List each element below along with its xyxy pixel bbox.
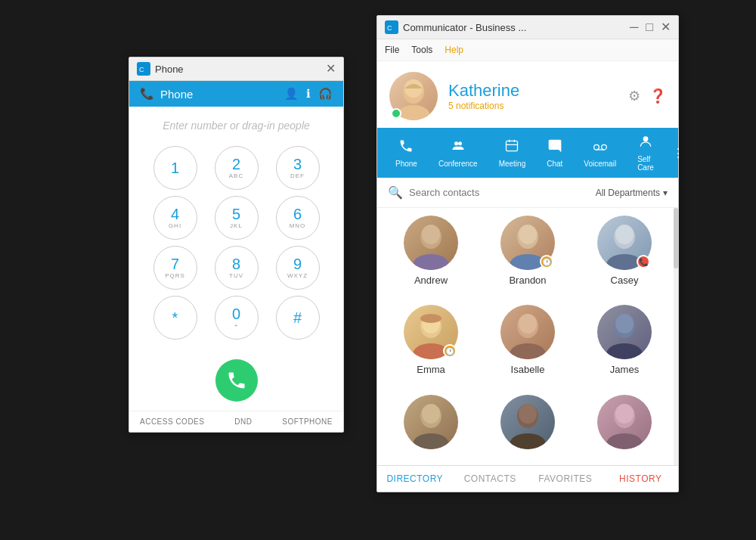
phone-close-button[interactable]: ✕ xyxy=(326,63,336,75)
dial-6[interactable]: 6 MNO xyxy=(276,196,320,240)
contact-brandon-name: Brandon xyxy=(509,275,546,286)
dial-5[interactable]: 5 JKL xyxy=(215,196,259,240)
svg-point-16 xyxy=(519,225,537,244)
phone-header-title: Phone xyxy=(160,88,193,101)
dial-hash[interactable]: # xyxy=(276,296,320,340)
bottom-tab-history[interactable]: HISTORY xyxy=(603,466,679,492)
menu-help[interactable]: Help xyxy=(445,42,463,57)
svg-rect-7 xyxy=(507,141,518,151)
search-input[interactable] xyxy=(409,187,590,198)
tab-voicemail[interactable]: Voicemail xyxy=(573,132,627,174)
contact-row3a-avatar-wrap xyxy=(404,395,458,449)
contact-row3b-avatar xyxy=(500,395,555,449)
scrollbar-thumb[interactable] xyxy=(674,208,678,268)
headset-icon[interactable]: 🎧 xyxy=(318,87,333,101)
profile-info: Katherine 5 notifications xyxy=(448,81,618,111)
phone-window: C Phone ✕ 📞 Phone 👤 ℹ 🎧 Enter number or … xyxy=(129,57,344,433)
svg-point-35 xyxy=(519,404,537,424)
more-options-button[interactable]: ⋮ xyxy=(665,140,692,166)
call-button-wrap xyxy=(129,359,343,402)
phone-window-title: Phone xyxy=(155,64,184,75)
comm-titlebar: C Communicator - Business ... ─ □ ✕ xyxy=(377,16,678,39)
tab-selfcare[interactable]: Self Care xyxy=(627,128,665,178)
dial-star[interactable]: * xyxy=(153,296,197,340)
maximize-button[interactable]: □ xyxy=(646,21,653,33)
dial-3[interactable]: 3 DEF xyxy=(276,146,320,190)
svg-point-34 xyxy=(510,433,546,449)
contact-isabelle[interactable]: Isabelle xyxy=(485,305,571,383)
tab-chat-icon xyxy=(547,138,562,157)
comm-app-icon: C xyxy=(385,20,398,34)
dial-1[interactable]: 1 xyxy=(153,146,197,190)
menu-tools[interactable]: Tools xyxy=(411,42,432,57)
department-filter[interactable]: All Departments ▾ xyxy=(596,188,668,198)
softphone-button[interactable]: SOFTPHONE xyxy=(282,417,333,426)
profile-name: Katherine xyxy=(448,81,618,101)
call-button[interactable] xyxy=(215,359,258,402)
svg-point-25 xyxy=(510,343,546,359)
contact-brandon[interactable]: 🕐 Brandon xyxy=(485,216,571,294)
dial-2[interactable]: 2 ABC xyxy=(215,146,259,190)
tab-voicemail-label: Voicemail xyxy=(584,160,616,168)
svg-point-19 xyxy=(615,225,634,244)
contact-james-name: James xyxy=(610,364,639,375)
svg-point-26 xyxy=(519,314,537,334)
access-codes-button[interactable]: ACCESS CODES xyxy=(140,417,204,426)
tab-meeting-icon xyxy=(504,138,519,157)
bottom-tab-contacts[interactable]: CONTACTS xyxy=(453,466,528,492)
contact-andrew[interactable]: Andrew xyxy=(388,216,474,294)
contact-emma-avatar-wrap: 🕐 xyxy=(404,305,458,359)
tab-conference[interactable]: Conference xyxy=(428,132,488,174)
menu-file[interactable]: File xyxy=(385,42,399,57)
dial-8[interactable]: 8 TUV xyxy=(215,246,259,290)
tab-chat-label: Chat xyxy=(547,160,562,168)
phone-header-left: 📞 Phone xyxy=(140,87,193,101)
minimize-button[interactable]: ─ xyxy=(630,21,638,33)
tab-chat[interactable]: Chat xyxy=(536,132,573,174)
contact-casey[interactable]: 📞 Casey xyxy=(581,216,668,294)
settings-icon[interactable]: ⚙ xyxy=(628,88,640,104)
bottom-tab-directory[interactable]: DIRECTORY xyxy=(377,466,453,492)
contact-casey-avatar-wrap: 📞 xyxy=(597,216,652,270)
contact-row3b[interactable] xyxy=(485,395,571,458)
search-bar: 🔍 All Departments ▾ xyxy=(377,178,678,208)
contacts-grid: Andrew 🕐 Brandon xyxy=(377,208,678,465)
dial-0[interactable]: 0 + xyxy=(215,296,259,340)
comm-tabs: Phone Conference Meeting Chat Voicemail xyxy=(377,128,678,178)
bottom-tab-bar: DIRECTORY CONTACTS FAVORITES HISTORY xyxy=(377,465,678,492)
close-button[interactable]: ✕ xyxy=(661,21,671,33)
scrollbar-track xyxy=(674,208,678,465)
dial-row-2: 4 GHI 5 JKL 6 MNO xyxy=(144,196,328,240)
contact-row3c[interactable] xyxy=(581,395,668,458)
dial-7[interactable]: 7 PQRS xyxy=(153,246,197,290)
help-icon[interactable]: ❓ xyxy=(649,88,666,104)
contact-isabelle-avatar-wrap xyxy=(500,305,555,359)
phone-footer: ACCESS CODES DND SOFTPHONE xyxy=(129,411,343,432)
dial-9[interactable]: 9 WXYZ xyxy=(276,246,320,290)
comm-profile: Katherine 5 notifications ⚙ ❓ xyxy=(377,61,678,128)
svg-point-13 xyxy=(422,225,440,244)
dial-row-3: 7 PQRS 8 TUV 9 WXYZ xyxy=(144,246,328,290)
contact-emma[interactable]: 🕐 Emma xyxy=(388,305,474,383)
bottom-tab-favorites[interactable]: FAVORITES xyxy=(528,466,603,492)
tab-meeting[interactable]: Meeting xyxy=(488,132,537,174)
svg-point-37 xyxy=(606,433,643,449)
phone-app-icon: C xyxy=(137,62,150,76)
phone-header-actions: 👤 ℹ 🎧 xyxy=(284,87,333,101)
contact-andrew-avatar xyxy=(404,216,458,270)
contact-row3a[interactable] xyxy=(388,395,474,458)
tab-phone[interactable]: Phone xyxy=(385,132,428,174)
contacts-icon[interactable]: 👤 xyxy=(284,87,299,101)
contact-brandon-avatar-wrap: 🕐 xyxy=(500,216,555,270)
svg-point-29 xyxy=(615,314,634,334)
contact-james-avatar xyxy=(597,305,652,359)
contact-james[interactable]: James xyxy=(581,305,668,383)
info-icon[interactable]: ℹ xyxy=(306,87,311,101)
contact-row3b-avatar-wrap xyxy=(500,395,555,449)
contact-isabelle-name: Isabelle xyxy=(511,364,545,375)
profile-notifications[interactable]: 5 notifications xyxy=(448,101,618,111)
dial-4[interactable]: 4 GHI xyxy=(153,196,197,240)
svg-text:C: C xyxy=(139,66,144,73)
dial-row-4: * 0 + # xyxy=(144,296,328,340)
dnd-button[interactable]: DND xyxy=(234,417,252,426)
